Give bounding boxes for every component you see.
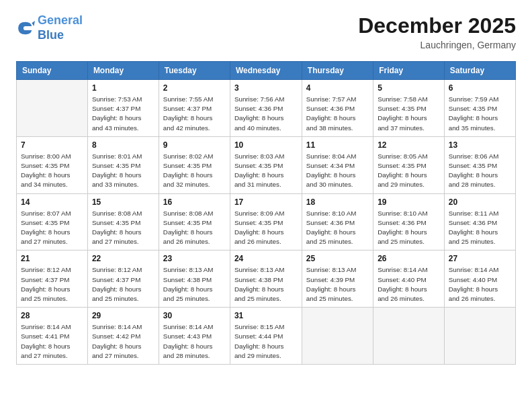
- calendar-cell: 1Sunrise: 7:53 AMSunset: 4:37 PMDaylight…: [87, 80, 159, 137]
- day-info: Sunrise: 8:14 AMSunset: 4:41 PMDaylight:…: [21, 322, 83, 361]
- title-block: December 2025 Lauchringen, Germany: [358, 13, 516, 50]
- weekday-header-sunday: Sunday: [17, 62, 88, 80]
- logo-icon: [16, 19, 35, 38]
- calendar-cell: 30Sunrise: 8:14 AMSunset: 4:43 PMDayligh…: [159, 308, 230, 365]
- day-info: Sunrise: 7:59 AMSunset: 4:35 PMDaylight:…: [449, 95, 511, 133]
- day-number: 23: [163, 254, 226, 263]
- day-number: 20: [449, 197, 511, 207]
- day-number: 30: [163, 311, 226, 320]
- day-number: 5: [378, 83, 440, 93]
- calendar-cell: 21Sunrise: 8:12 AMSunset: 4:37 PMDayligh…: [17, 250, 88, 308]
- calendar-cell: [17, 80, 88, 137]
- day-info: Sunrise: 8:06 AMSunset: 4:35 PMDaylight:…: [449, 152, 511, 190]
- calendar-cell: 6Sunrise: 7:59 AMSunset: 4:35 PMDaylight…: [444, 80, 515, 137]
- weekday-header-friday: Friday: [373, 62, 445, 80]
- calendar-cell: [444, 308, 515, 365]
- calendar-cell: 29Sunrise: 8:14 AMSunset: 4:42 PMDayligh…: [87, 308, 159, 365]
- calendar-cell: 26Sunrise: 8:14 AMSunset: 4:40 PMDayligh…: [373, 250, 445, 308]
- day-info: Sunrise: 8:03 AMSunset: 4:35 PMDaylight:…: [234, 152, 298, 190]
- calendar-cell: 23Sunrise: 8:13 AMSunset: 4:38 PMDayligh…: [159, 250, 230, 308]
- week-row-3: 14Sunrise: 8:07 AMSunset: 4:35 PMDayligh…: [17, 193, 516, 250]
- day-number: 17: [234, 197, 298, 207]
- weekday-header-saturday: Saturday: [444, 62, 515, 80]
- day-number: 29: [92, 311, 154, 320]
- day-number: 4: [306, 83, 369, 93]
- calendar-cell: 11Sunrise: 8:04 AMSunset: 4:34 PMDayligh…: [302, 136, 373, 193]
- week-row-1: 1Sunrise: 7:53 AMSunset: 4:37 PMDaylight…: [17, 80, 516, 137]
- day-number: 11: [306, 140, 369, 150]
- day-info: Sunrise: 8:13 AMSunset: 4:39 PMDaylight:…: [306, 265, 369, 304]
- day-number: 1: [92, 83, 154, 93]
- week-row-4: 21Sunrise: 8:12 AMSunset: 4:37 PMDayligh…: [17, 250, 516, 308]
- calendar-cell: 25Sunrise: 8:13 AMSunset: 4:39 PMDayligh…: [302, 250, 373, 308]
- day-info: Sunrise: 8:12 AMSunset: 4:37 PMDaylight:…: [21, 265, 83, 304]
- calendar-cell: 5Sunrise: 7:58 AMSunset: 4:35 PMDaylight…: [373, 80, 445, 137]
- day-info: Sunrise: 8:14 AMSunset: 4:43 PMDaylight:…: [163, 322, 226, 361]
- day-info: Sunrise: 8:05 AMSunset: 4:35 PMDaylight:…: [378, 152, 440, 190]
- day-number: 15: [92, 197, 154, 207]
- calendar-cell: 28Sunrise: 8:14 AMSunset: 4:41 PMDayligh…: [17, 308, 88, 365]
- calendar-cell: 19Sunrise: 8:10 AMSunset: 4:36 PMDayligh…: [373, 193, 445, 250]
- calendar-table: SundayMondayTuesdayWednesdayThursdayFrid…: [16, 61, 516, 365]
- day-info: Sunrise: 8:02 AMSunset: 4:35 PMDaylight:…: [163, 152, 226, 190]
- weekday-header-row: SundayMondayTuesdayWednesdayThursdayFrid…: [17, 62, 516, 80]
- day-number: 9: [163, 140, 226, 150]
- logo-text-line2: Blue: [38, 28, 83, 43]
- weekday-header-monday: Monday: [87, 62, 159, 80]
- day-number: 10: [234, 140, 298, 150]
- calendar-cell: 4Sunrise: 7:57 AMSunset: 4:36 PMDaylight…: [302, 80, 373, 137]
- day-info: Sunrise: 8:10 AMSunset: 4:36 PMDaylight:…: [378, 209, 440, 247]
- day-info: Sunrise: 7:55 AMSunset: 4:37 PMDaylight:…: [163, 95, 226, 133]
- calendar-cell: 13Sunrise: 8:06 AMSunset: 4:35 PMDayligh…: [444, 136, 515, 193]
- calendar-cell: 2Sunrise: 7:55 AMSunset: 4:37 PMDaylight…: [159, 80, 230, 137]
- day-info: Sunrise: 7:58 AMSunset: 4:35 PMDaylight:…: [378, 95, 440, 133]
- month-title: December 2025: [358, 13, 516, 38]
- day-info: Sunrise: 8:08 AMSunset: 4:35 PMDaylight:…: [163, 209, 226, 247]
- calendar-cell: 9Sunrise: 8:02 AMSunset: 4:35 PMDaylight…: [159, 136, 230, 193]
- day-number: 19: [378, 197, 440, 207]
- logo: General Blue: [16, 13, 83, 42]
- day-info: Sunrise: 8:11 AMSunset: 4:36 PMDaylight:…: [449, 209, 511, 247]
- day-info: Sunrise: 8:08 AMSunset: 4:35 PMDaylight:…: [92, 209, 154, 247]
- day-info: Sunrise: 8:14 AMSunset: 4:40 PMDaylight:…: [449, 265, 511, 304]
- calendar-cell: 16Sunrise: 8:08 AMSunset: 4:35 PMDayligh…: [159, 193, 230, 250]
- day-info: Sunrise: 8:09 AMSunset: 4:35 PMDaylight:…: [234, 209, 298, 247]
- calendar-cell: [302, 308, 373, 365]
- week-row-2: 7Sunrise: 8:00 AMSunset: 4:35 PMDaylight…: [17, 136, 516, 193]
- day-number: 2: [163, 83, 226, 93]
- day-number: 18: [306, 197, 369, 207]
- day-info: Sunrise: 8:01 AMSunset: 4:35 PMDaylight:…: [92, 152, 154, 190]
- logo-text-line1: General: [38, 13, 83, 28]
- day-number: 14: [21, 197, 83, 207]
- day-info: Sunrise: 8:12 AMSunset: 4:37 PMDaylight:…: [92, 265, 154, 304]
- day-number: 3: [234, 83, 298, 93]
- day-number: 25: [306, 254, 369, 263]
- location: Lauchringen, Germany: [358, 40, 516, 50]
- calendar-cell: 10Sunrise: 8:03 AMSunset: 4:35 PMDayligh…: [230, 136, 302, 193]
- day-info: Sunrise: 8:04 AMSunset: 4:34 PMDaylight:…: [306, 152, 369, 190]
- calendar-cell: 22Sunrise: 8:12 AMSunset: 4:37 PMDayligh…: [87, 250, 159, 308]
- calendar-cell: 7Sunrise: 8:00 AMSunset: 4:35 PMDaylight…: [17, 136, 88, 193]
- day-number: 27: [449, 254, 511, 263]
- page-header: General Blue December 2025 Lauchringen, …: [16, 13, 516, 50]
- day-number: 7: [21, 140, 83, 150]
- day-info: Sunrise: 8:14 AMSunset: 4:42 PMDaylight:…: [92, 322, 154, 361]
- day-number: 21: [21, 254, 83, 263]
- weekday-header-wednesday: Wednesday: [230, 62, 302, 80]
- day-info: Sunrise: 8:13 AMSunset: 4:38 PMDaylight:…: [163, 265, 226, 304]
- calendar-cell: 15Sunrise: 8:08 AMSunset: 4:35 PMDayligh…: [87, 193, 159, 250]
- weekday-header-tuesday: Tuesday: [159, 62, 230, 80]
- calendar-cell: 18Sunrise: 8:10 AMSunset: 4:36 PMDayligh…: [302, 193, 373, 250]
- day-info: Sunrise: 8:13 AMSunset: 4:38 PMDaylight:…: [234, 265, 298, 304]
- calendar-cell: 20Sunrise: 8:11 AMSunset: 4:36 PMDayligh…: [444, 193, 515, 250]
- week-row-5: 28Sunrise: 8:14 AMSunset: 4:41 PMDayligh…: [17, 308, 516, 365]
- day-info: Sunrise: 8:14 AMSunset: 4:40 PMDaylight:…: [378, 265, 440, 304]
- calendar-cell: 14Sunrise: 8:07 AMSunset: 4:35 PMDayligh…: [17, 193, 88, 250]
- calendar-cell: 27Sunrise: 8:14 AMSunset: 4:40 PMDayligh…: [444, 250, 515, 308]
- calendar-cell: 17Sunrise: 8:09 AMSunset: 4:35 PMDayligh…: [230, 193, 302, 250]
- day-info: Sunrise: 8:15 AMSunset: 4:44 PMDaylight:…: [234, 322, 298, 361]
- day-number: 28: [21, 311, 83, 320]
- day-number: 12: [378, 140, 440, 150]
- calendar-cell: 3Sunrise: 7:56 AMSunset: 4:36 PMDaylight…: [230, 80, 302, 137]
- calendar-cell: 8Sunrise: 8:01 AMSunset: 4:35 PMDaylight…: [87, 136, 159, 193]
